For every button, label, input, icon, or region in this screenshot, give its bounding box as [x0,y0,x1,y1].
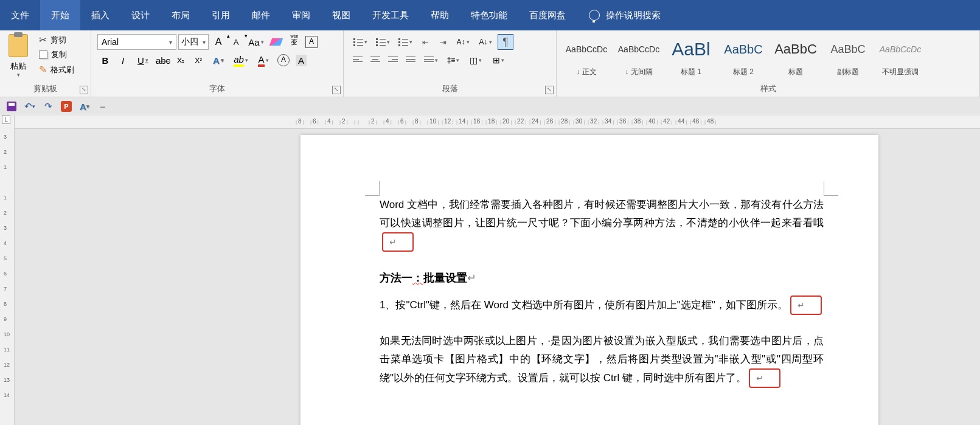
style-item-6[interactable]: AaBbCcDc不明显强调 [874,33,926,80]
align-right-button[interactable] [385,52,401,68]
paragraph-1[interactable]: Word 文档中，我们经常需要插入各种图片，有时候还需要调整图片大小一致，那有没… [380,196,824,252]
strikethrough-button[interactable]: abc [155,52,171,68]
clear-formatting-button[interactable] [268,34,284,50]
tell-me-search[interactable]: 操作说明搜索 [577,0,661,30]
bullets-button[interactable] [350,34,370,50]
style-name: 标题 2 [719,67,768,77]
asian-layout-button[interactable]: A↕ [453,34,473,50]
tab-baidu[interactable]: 百度网盘 [518,0,577,30]
sort-button[interactable]: A↓ [475,34,496,50]
italic-button[interactable]: I [115,52,131,68]
hruler-tick: 14 [455,118,469,125]
hruler-tick: 6 [309,118,320,125]
paragraph-3[interactable]: 如果无法同时选中两张或以上图片，·是因为图片被设置为嵌入型版式，我们需要选中图片… [380,332,824,388]
multilevel-list-button[interactable] [395,34,415,50]
tab-insert[interactable]: 插入 [80,0,120,30]
borders-button[interactable]: ⊞ [488,52,509,68]
hruler-tick: 18 [484,118,498,125]
tab-review[interactable]: 审阅 [281,0,321,30]
underline-button[interactable]: U [133,52,153,68]
style-item-5[interactable]: AaBbC副标题 [822,33,874,80]
font-dialog-launcher[interactable]: ⤡ [332,86,341,94]
clipboard-dialog-launcher[interactable]: ⤡ [80,86,88,94]
text-effects-qat-button[interactable]: A▾ [78,100,91,113]
bold-button[interactable]: B [97,52,113,68]
text-effects-button[interactable]: A [208,52,229,68]
hruler-tick: 12 [440,118,454,125]
character-border-button[interactable]: A [304,34,319,50]
vruler-tick: 7 [4,286,7,292]
tab-selector[interactable]: L [2,116,10,124]
brush-icon: ✎ [39,64,47,75]
shrink-font-button[interactable]: A [228,34,244,50]
cut-button[interactable]: ✂剪切 [35,33,78,47]
hruler-tick: 4 [382,118,393,125]
tab-view[interactable]: 视图 [321,0,361,30]
tab-special[interactable]: 特色功能 [460,0,518,30]
copy-button[interactable]: 复制 [35,48,78,61]
page[interactable]: Word 文档中，我们经常需要插入各种图片，有时候还需要调整图片大小一致，那有没… [301,135,878,425]
vertical-ruler[interactable]: L 3211234567891011121314 [0,116,15,425]
change-case-button[interactable]: Aa [246,34,266,50]
format-painter-button[interactable]: ✎格式刷 [35,63,78,77]
font-name-combo[interactable]: Arial▾ [97,34,176,50]
tab-file[interactable]: 文件 [0,0,40,30]
paragraph-2[interactable]: 1、按"Ctrl"键，然后在 Word 文档选中所有图片，使所有图片加上"选定框… [380,295,824,316]
enclose-characters-button[interactable]: A [293,52,309,68]
style-item-3[interactable]: AaBbC标题 2 [717,33,770,80]
shading-button[interactable]: ◫ [465,52,486,68]
styles-gallery[interactable]: AaBbCcDc↓ 正文AaBbCcDc↓ 无间隔AaBl标题 1AaBbC标题… [560,33,976,80]
subscript-button[interactable]: X [173,52,189,68]
tab-help[interactable]: 帮助 [420,0,460,30]
character-shading-button[interactable]: A [276,52,291,68]
numbering-button[interactable] [372,34,393,50]
hruler-tick: 32 [586,118,600,125]
lightbulb-icon [589,10,600,21]
save-button[interactable] [5,100,18,113]
grow-font-button[interactable]: A [210,34,226,50]
tab-mailings[interactable]: 邮件 [241,0,281,30]
hruler-tick: 42 [659,118,673,125]
qat-customize-button[interactable]: ═ [96,100,109,113]
powerpoint-button[interactable]: P [60,100,73,113]
heading-method-1[interactable]: 方法一：批量设置↵ [380,269,824,288]
style-item-4[interactable]: AaBbC标题 [770,33,822,80]
distributed-button[interactable] [420,52,441,68]
vruler-tick: 8 [4,301,7,307]
tab-references[interactable]: 引用 [201,0,241,30]
style-preview: AaBbCcDc [614,36,663,63]
line-spacing-button[interactable]: ‡≡ [443,52,464,68]
horizontal-ruler[interactable]: 8642246810121416182022242628303234363840… [15,116,980,129]
style-name: 不明显强调 [876,67,925,77]
style-item-2[interactable]: AaBl标题 1 [665,33,717,80]
tab-home[interactable]: 开始 [40,0,80,30]
style-item-0[interactable]: AaBbCcDc↓ 正文 [560,33,613,80]
justify-button[interactable] [403,52,419,68]
align-center-button[interactable] [367,52,383,68]
hruler-tick: 4 [324,118,335,125]
tab-design[interactable]: 设计 [120,0,161,30]
group-styles: AaBbCcDc↓ 正文AaBbCcDc↓ 无间隔AaBl标题 1AaBbC标题… [557,30,980,97]
style-item-1[interactable]: AaBbCcDc↓ 无间隔 [613,33,665,80]
style-name: 标题 [771,67,820,77]
undo-button[interactable]: ↶▾ [23,100,36,113]
tab-layout[interactable]: 布局 [161,0,201,30]
align-left-button[interactable] [350,52,366,68]
increase-indent-button[interactable]: ⇥ [435,34,451,50]
document-body[interactable]: Word 文档中，我们经常需要插入各种图片，有时候还需要调整图片大小一致，那有没… [380,196,824,388]
document-area[interactable]: 8642246810121416182022242628303234363840… [15,116,980,425]
paragraph-dialog-launcher[interactable]: ⤡ [545,86,554,94]
superscript-button[interactable]: X [190,52,206,68]
phonetic-guide-button[interactable]: 变wén [286,34,302,50]
highlight-button[interactable]: ab [231,52,251,68]
show-hide-marks-button[interactable]: ¶ [498,34,513,50]
tab-developer[interactable]: 开发工具 [361,0,420,30]
font-size-combo[interactable]: 小四▾ [178,34,209,50]
redo-button[interactable]: ↷ [41,100,55,113]
hruler-tick: 46 [689,118,703,125]
decrease-indent-button[interactable]: ⇤ [417,34,433,50]
hruler-tick: 40 [645,118,659,125]
hruler-tick: 36 [616,118,630,125]
style-name: ↓ 正文 [562,67,611,77]
font-color-button[interactable]: A [253,52,274,68]
